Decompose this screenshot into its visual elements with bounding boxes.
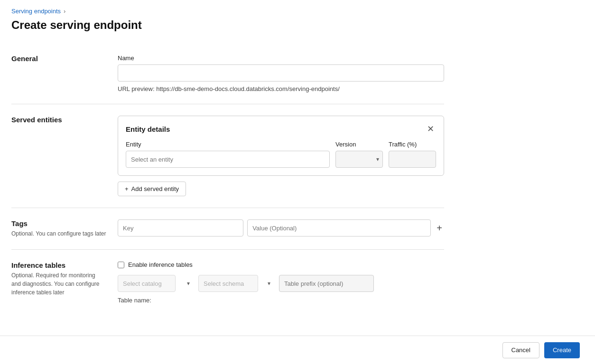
url-preview-label: URL preview: [118,85,155,92]
section-label-tags: Tags Optional. You can configure tags la… [11,219,106,238]
schema-select-wrapper: Select schema [198,275,274,292]
url-preview-value: https://db-sme-demo-docs.cloud.databrick… [156,85,340,92]
entity-field-version: Version [335,141,383,168]
section-label-inference-tables: Inference tables Optional. Required for … [11,261,106,297]
section-content-inference-tables: Enable inference tables Select catalog S… [118,261,444,304]
section-content-general: Name URL preview: https://db-sme-demo-do… [118,55,444,92]
cancel-button[interactable]: Cancel [502,342,539,358]
version-label: Version [335,141,383,148]
section-title-served-entities: Served entities [11,116,106,124]
entity-card-title: Entity details [126,125,170,133]
section-general: General Name URL preview: https://db-sme… [11,43,444,104]
section-content-served-entities: Entity details ✕ Entity Version [118,116,444,196]
enable-inference-label[interactable]: Enable inference tables [128,261,193,268]
entity-label: Entity [126,141,330,148]
tag-add-button[interactable]: + [435,223,444,233]
entity-field-traffic: Traffic (%) 100 [389,141,436,168]
section-label-general: General [11,55,106,64]
section-label-served-entities: Served entities [11,116,106,126]
name-field-label: Name [118,55,444,62]
create-button[interactable]: Create [544,342,580,358]
breadcrumb-separator: › [64,8,65,15]
section-tags: Tags Optional. You can configure tags la… [11,208,444,250]
section-served-entities: Served entities Entity details ✕ Entity [11,104,444,208]
footer: Cancel Create [0,336,595,364]
entity-select-input[interactable] [126,151,330,168]
schema-select[interactable]: Select schema [198,275,258,292]
url-preview: URL preview: https://db-sme-demo-docs.cl… [118,85,444,92]
table-name-row: Table name: [118,297,444,304]
enable-inference-checkbox[interactable] [118,262,124,268]
entity-fields: Entity Version Traffic [126,141,436,168]
section-title-inference-tables: Inference tables [11,261,106,269]
enable-inference-row: Enable inference tables [118,261,444,268]
section-desc-inference-tables: Optional. Required for monitoring and di… [11,271,106,297]
version-select[interactable] [335,151,383,168]
entity-field-entity: Entity [126,141,330,168]
tags-row: + [118,219,444,237]
page-title: Create serving endpoint [11,18,444,32]
name-input[interactable] [118,64,444,82]
inference-selects-row: Select catalog Select schema [118,275,444,292]
catalog-select-wrapper: Select catalog [118,275,194,292]
version-select-wrapper [335,151,383,168]
breadcrumb-link[interactable]: Serving endpoints [11,8,61,15]
page-container: Serving endpoints › Create serving endpo… [0,0,456,323]
section-title-general: General [11,55,106,63]
entity-card-header: Entity details ✕ [126,124,436,134]
catalog-select[interactable]: Select catalog [118,275,176,292]
plus-icon: + [125,185,129,192]
main-content: Serving endpoints › Create serving endpo… [0,0,595,361]
add-served-entity-button[interactable]: + Add served entity [118,182,186,196]
tag-key-input[interactable] [118,219,243,237]
close-entity-card-button[interactable]: ✕ [425,124,436,134]
section-desc-tags: Optional. You can configure tags later [11,229,106,238]
table-prefix-input[interactable] [279,275,374,292]
traffic-input[interactable]: 100 [389,151,436,168]
entity-details-card: Entity details ✕ Entity Version [118,116,444,176]
tag-value-input[interactable] [247,219,431,237]
section-title-tags: Tags [11,219,106,228]
breadcrumb: Serving endpoints › [11,8,444,15]
section-inference-tables: Inference tables Optional. Required for … [11,250,444,315]
traffic-label: Traffic (%) [389,141,436,148]
section-content-tags: + [118,219,444,237]
add-served-entity-label: Add served entity [131,185,179,192]
